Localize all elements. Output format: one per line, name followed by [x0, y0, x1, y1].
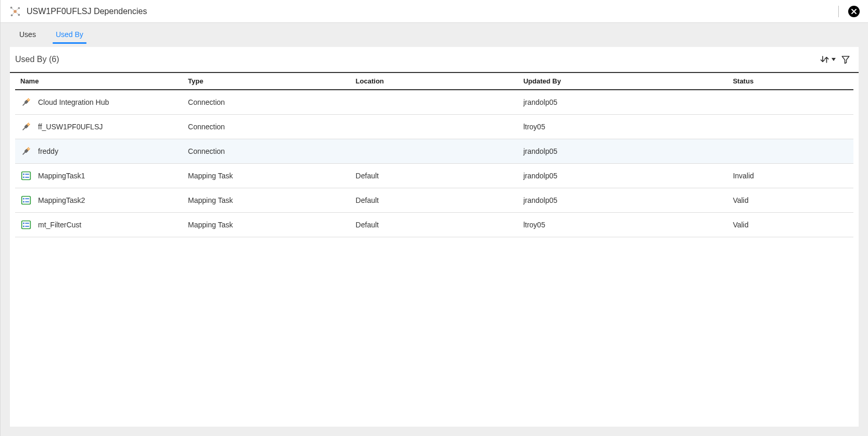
svg-line-16 — [28, 100, 30, 101]
cell-location — [351, 115, 518, 139]
svg-line-19 — [27, 123, 29, 125]
svg-rect-28 — [23, 177, 24, 178]
svg-line-23 — [27, 148, 29, 149]
mapping-icon — [20, 195, 32, 206]
table-row[interactable]: MappingTask1Mapping TaskDefaultjrandolp0… — [15, 164, 853, 188]
svg-line-25 — [23, 152, 25, 154]
cell-status — [728, 90, 853, 115]
svg-rect-32 — [23, 198, 24, 200]
chevron-down-icon — [832, 57, 836, 62]
svg-rect-37 — [23, 223, 24, 224]
cell-location: Default — [351, 213, 518, 237]
svg-rect-33 — [23, 201, 24, 203]
close-icon — [851, 8, 857, 15]
cell-type: Connection — [183, 139, 351, 164]
svg-line-24 — [28, 149, 30, 150]
close-button[interactable] — [848, 6, 860, 17]
svg-marker-13 — [832, 58, 836, 61]
svg-line-5 — [11, 7, 15, 11]
row-name-label: Cloud Integration Hub — [38, 98, 109, 106]
cell-status: Invalid — [728, 164, 853, 188]
col-header-location[interactable]: Location — [351, 73, 518, 90]
svg-rect-36 — [22, 221, 31, 229]
table-row[interactable]: mt_FilterCustMapping TaskDefaultltroy05V… — [15, 213, 853, 237]
svg-rect-26 — [22, 172, 31, 180]
titlebar-divider — [838, 6, 839, 17]
cell-status: Valid — [728, 188, 853, 213]
svg-line-21 — [23, 128, 25, 130]
cell-status — [728, 139, 853, 164]
mapping-icon — [20, 219, 32, 231]
cell-updated-by: jrandolp05 — [518, 90, 727, 115]
dependencies-dialog: USW1PF0UFLSJ Dependencies Uses Used By U… — [0, 0, 868, 436]
cell-location — [351, 90, 518, 115]
cell-updated-by: jrandolp05 — [518, 139, 727, 164]
col-header-name[interactable]: Name — [15, 73, 183, 90]
svg-line-15 — [27, 99, 29, 100]
cell-updated-by: ltroy05 — [518, 115, 727, 139]
panel-title: Used By (6) — [15, 55, 59, 64]
sort-icon — [820, 55, 830, 64]
col-header-updated-by[interactable]: Updated By — [518, 73, 727, 90]
svg-line-6 — [15, 8, 19, 11]
filter-icon — [841, 55, 850, 64]
cell-location — [351, 139, 518, 164]
row-name-label: MappingTask1 — [38, 172, 85, 180]
col-header-status[interactable]: Status — [728, 73, 853, 90]
row-name-label: freddy — [38, 147, 58, 155]
tab-label: Uses — [19, 30, 36, 39]
connection-icon — [20, 96, 32, 108]
svg-line-8 — [15, 11, 19, 15]
used-by-panel: Used By (6) — [10, 47, 859, 427]
table-row[interactable]: Cloud Integration HubConnectionjrandolp0… — [15, 90, 853, 115]
cell-type: Mapping Task — [183, 188, 351, 213]
cell-type: Mapping Task — [183, 164, 351, 188]
cell-updated-by: jrandolp05 — [518, 164, 727, 188]
connection-icon — [20, 146, 32, 157]
cell-status: Valid — [728, 213, 853, 237]
svg-rect-31 — [22, 197, 31, 204]
panel-header: Used By (6) — [10, 47, 859, 73]
col-header-type[interactable]: Type — [183, 73, 351, 90]
dialog-body: Uses Used By Used By (6) — [1, 23, 868, 436]
tab-used-by[interactable]: Used By — [56, 30, 83, 44]
cell-updated-by: ltroy05 — [518, 213, 727, 237]
row-name-label: MappingTask2 — [38, 196, 85, 204]
tab-bar: Uses Used By — [10, 23, 859, 44]
titlebar: USW1PF0UFLSJ Dependencies — [1, 0, 868, 23]
svg-line-17 — [23, 103, 25, 105]
row-name-label: mt_FilterCust — [38, 221, 81, 229]
cell-status — [728, 115, 853, 139]
dialog-title: USW1PF0UFLSJ Dependencies — [27, 7, 147, 16]
cell-updated-by: jrandolp05 — [518, 188, 727, 213]
connection-icon — [20, 121, 32, 132]
cell-type: Mapping Task — [183, 213, 351, 237]
row-name-label: ff_USW1PF0UFLSJ — [38, 123, 103, 131]
svg-rect-27 — [23, 174, 24, 175]
used-by-table: Name Type Location Updated By Status Clo… — [15, 73, 853, 237]
filter-button[interactable] — [838, 52, 853, 67]
table-row[interactable]: ff_USW1PF0UFLSJConnectionltroy05 — [15, 115, 853, 139]
cell-location: Default — [351, 188, 518, 213]
svg-line-20 — [28, 124, 30, 126]
sort-button[interactable] — [820, 52, 836, 67]
table-header-row: Name Type Location Updated By Status — [15, 73, 853, 90]
cell-type: Connection — [183, 115, 351, 139]
cell-type: Connection — [183, 90, 351, 115]
dependencies-icon — [9, 5, 21, 18]
tab-label: Used By — [56, 30, 83, 39]
svg-line-7 — [12, 11, 15, 15]
cell-location: Default — [351, 164, 518, 188]
tab-uses[interactable]: Uses — [19, 30, 36, 44]
svg-rect-38 — [23, 226, 24, 227]
mapping-icon — [20, 170, 32, 181]
table-row[interactable]: MappingTask2Mapping TaskDefaultjrandolp0… — [15, 188, 853, 213]
table-row[interactable]: freddyConnectionjrandolp05 — [15, 139, 853, 164]
